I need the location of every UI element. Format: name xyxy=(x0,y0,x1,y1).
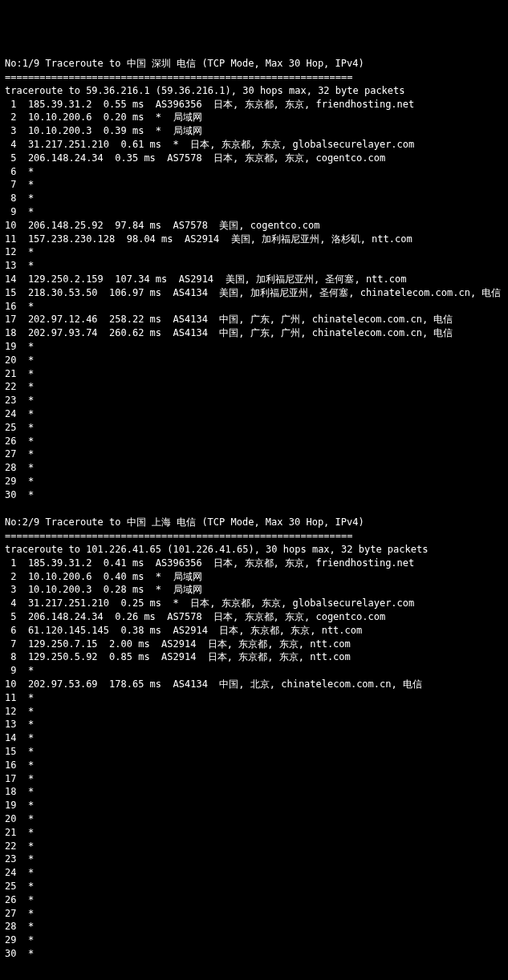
traceroute-hop: 8 129.250.5.92 0.85 ms AS2914 日本, 东京都, 东… xyxy=(5,650,503,664)
traceroute-hop: 2 10.10.200.6 0.20 ms * 局域网 xyxy=(5,111,503,124)
traceroute-hop: 28 * xyxy=(5,461,503,475)
traceroute-header: No:1/9 Traceroute to 中国 深圳 电信 (TCP Mode,… xyxy=(5,57,503,71)
traceroute-hop: 22 * xyxy=(5,380,503,394)
traceroute-divider: ========================================… xyxy=(5,529,503,543)
traceroute-hop: 17 * xyxy=(5,772,503,786)
traceroute-hop: 16 * xyxy=(5,759,503,772)
traceroute-header: No:2/9 Traceroute to 中国 上海 电信 (TCP Mode,… xyxy=(5,516,503,529)
traceroute-hop: 27 * xyxy=(5,447,503,461)
traceroute-hop: 13 * xyxy=(5,259,503,273)
traceroute-hop: 23 * xyxy=(5,394,503,407)
traceroute-hop: 4 31.217.251.210 0.61 ms * 日本, 东京都, 东京, … xyxy=(5,138,503,152)
traceroute-hop: 20 * xyxy=(5,354,503,367)
traceroute-hop: 14 * xyxy=(5,731,503,745)
traceroute-hop: 21 * xyxy=(5,826,503,840)
traceroute-hop: 4 31.217.251.210 0.25 ms * 日本, 东京都, 东京, … xyxy=(5,597,503,610)
traceroute-hop: 7 * xyxy=(5,178,503,192)
traceroute-hop: 15 218.30.53.50 106.97 ms AS4134 美国, 加利福… xyxy=(5,286,503,300)
traceroute-hop: 5 206.148.24.34 0.35 ms AS7578 日本, 东京都, … xyxy=(5,152,503,165)
traceroute-hop: 26 * xyxy=(5,893,503,907)
traceroute-hop: 7 129.250.7.15 2.00 ms AS2914 日本, 东京都, 东… xyxy=(5,638,503,651)
traceroute-hop: 18 * xyxy=(5,785,503,799)
traceroute-hop: 15 * xyxy=(5,745,503,759)
traceroute-hop: 12 * xyxy=(5,245,503,259)
traceroute-hop: 1 185.39.31.2 0.55 ms AS396356 日本, 东京都, … xyxy=(5,98,503,111)
traceroute-hop: 9 * xyxy=(5,205,503,219)
traceroute-hop: 24 * xyxy=(5,407,503,421)
traceroute-hop: 24 * xyxy=(5,866,503,880)
traceroute-hop: 11 * xyxy=(5,691,503,705)
traceroute-hop: 28 * xyxy=(5,920,503,933)
traceroute-hop: 19 * xyxy=(5,340,503,354)
traceroute-hop: 21 * xyxy=(5,367,503,381)
traceroute-hop: 22 * xyxy=(5,840,503,853)
traceroute-hop: 9 * xyxy=(5,664,503,678)
traceroute-hop: 8 * xyxy=(5,192,503,205)
block-spacer xyxy=(5,961,503,975)
traceroute-hop: 6 * xyxy=(5,165,503,179)
traceroute-hop: 25 * xyxy=(5,880,503,893)
traceroute-hop: 10 202.97.53.69 178.65 ms AS4134 中国, 北京,… xyxy=(5,678,503,691)
traceroute-subheader: traceroute to 101.226.41.65 (101.226.41.… xyxy=(5,543,503,557)
traceroute-hop: 16 * xyxy=(5,300,503,314)
traceroute-divider: ========================================… xyxy=(5,71,503,84)
traceroute-hop: 30 * xyxy=(5,947,503,961)
traceroute-subheader: traceroute to 59.36.216.1 (59.36.216.1),… xyxy=(5,84,503,98)
traceroute-hop: 19 * xyxy=(5,799,503,812)
traceroute-hop: 3 10.10.200.3 0.28 ms * 局域网 xyxy=(5,583,503,597)
traceroute-hop: 29 * xyxy=(5,933,503,947)
traceroute-hop: 14 129.250.2.159 107.34 ms AS2914 美国, 加利… xyxy=(5,273,503,286)
traceroute-hop: 12 * xyxy=(5,705,503,719)
terminal-output: No:1/9 Traceroute to 中国 深圳 电信 (TCP Mode,… xyxy=(5,57,503,980)
traceroute-hop: 27 * xyxy=(5,907,503,921)
traceroute-hop: 5 206.148.24.34 0.26 ms AS7578 日本, 东京都, … xyxy=(5,610,503,624)
traceroute-hop: 25 * xyxy=(5,421,503,435)
traceroute-hop: 17 202.97.12.46 258.22 ms AS4134 中国, 广东,… xyxy=(5,313,503,326)
watermark: www.vpsxs.com xyxy=(29,977,503,980)
traceroute-hop: 3 10.10.200.3 0.39 ms * 局域网 xyxy=(5,124,503,138)
traceroute-hop: 26 * xyxy=(5,435,503,448)
traceroute-hop: 18 202.97.93.74 260.62 ms AS4134 中国, 广东,… xyxy=(5,326,503,340)
traceroute-hop: 2 10.10.200.6 0.40 ms * 局域网 xyxy=(5,570,503,584)
block-spacer xyxy=(5,501,503,516)
traceroute-hop: 29 * xyxy=(5,475,503,488)
traceroute-hop: 20 * xyxy=(5,812,503,826)
traceroute-hop: 23 * xyxy=(5,852,503,866)
traceroute-hop: 1 185.39.31.2 0.41 ms AS396356 日本, 东京都, … xyxy=(5,557,503,570)
traceroute-hop: 13 * xyxy=(5,718,503,731)
traceroute-hop: 30 * xyxy=(5,488,503,502)
traceroute-hop: 10 206.148.25.92 97.84 ms AS7578 美国, cog… xyxy=(5,219,503,233)
traceroute-hop: 11 157.238.230.128 98.04 ms AS2914 美国, 加… xyxy=(5,233,503,246)
traceroute-hop: 6 61.120.145.145 0.38 ms AS2914 日本, 东京都,… xyxy=(5,624,503,638)
